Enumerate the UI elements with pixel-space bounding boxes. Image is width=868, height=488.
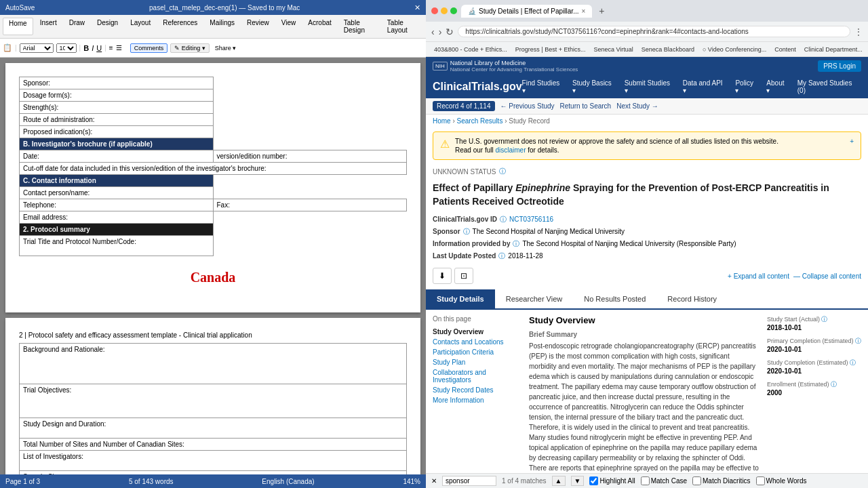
- word-tab-table-design[interactable]: Table Design: [338, 18, 380, 35]
- sidebar-study-plan[interactable]: Study Plan: [433, 357, 521, 367]
- last-update-icon[interactable]: ⓘ: [498, 250, 505, 262]
- info-icon[interactable]: ⓘ: [513, 238, 519, 250]
- align-center-btn[interactable]: ☰: [116, 44, 122, 52]
- prs-login-btn[interactable]: PRS Login: [818, 60, 861, 72]
- start-icon[interactable]: ⓘ: [821, 316, 827, 323]
- word-tab-table-layout[interactable]: Table Layout: [382, 18, 423, 35]
- comments-btn[interactable]: Comments: [130, 43, 168, 53]
- breadcrumb-home[interactable]: Home: [433, 117, 451, 125]
- editing-btn[interactable]: ✎ Editing ▾: [170, 43, 210, 53]
- paste-btn[interactable]: 📋: [3, 43, 12, 52]
- word-tab-review[interactable]: Review: [241, 18, 275, 35]
- share-btn[interactable]: ⊡: [454, 268, 473, 284]
- back-btn[interactable]: ‹: [431, 26, 435, 37]
- browser-tab-active[interactable]: 🔬 Study Details | Effect of Papillar... …: [461, 5, 592, 18]
- match-case-checkbox[interactable]: [641, 476, 650, 485]
- previous-study-btn[interactable]: ← Previous Study: [500, 102, 555, 110]
- study-start-value: 2018-10-01: [767, 324, 861, 331]
- new-tab-btn[interactable]: +: [599, 5, 604, 16]
- primary-completion-icon[interactable]: ⓘ: [855, 338, 861, 344]
- tab-no-results-posted[interactable]: No Results Posted: [573, 289, 656, 308]
- return-to-search-btn[interactable]: Return to Search: [560, 102, 612, 110]
- bookmark-3[interactable]: Seneca Virtual: [591, 45, 635, 54]
- bookmark-7[interactable]: Clinical Department...: [802, 45, 865, 54]
- sidebar-collaborators[interactable]: Collaborators and Investigators: [433, 367, 521, 385]
- extensions-icon[interactable]: ⋮: [854, 27, 863, 37]
- find-input[interactable]: [442, 476, 496, 486]
- word-tab-home[interactable]: Home: [3, 18, 33, 35]
- forward-btn[interactable]: ›: [439, 26, 442, 37]
- sponsor-icon[interactable]: ⓘ: [463, 226, 470, 238]
- match-case-option[interactable]: Match Case: [641, 476, 687, 485]
- bookmark-5[interactable]: ○ Video Conferencing...: [700, 45, 769, 54]
- study-basics-nav[interactable]: Study Basics ▾: [572, 79, 616, 94]
- word-tab-acrobat[interactable]: Acrobat: [302, 18, 336, 35]
- ct-warning-banner: ⚠ The U.S. government does not review or…: [433, 131, 861, 160]
- ct-site-name[interactable]: ClinicalTrials.gov: [433, 81, 522, 93]
- address-bar[interactable]: https://clinicaltrials.gov/study/NCT0375…: [458, 26, 850, 37]
- bookmark-4[interactable]: Seneca Blackboard: [639, 45, 697, 54]
- underline-btn[interactable]: U: [96, 44, 102, 52]
- study-start-label: Study Start (Actual) ⓘ: [767, 315, 861, 324]
- bookmark-6[interactable]: Content: [772, 45, 799, 54]
- close-findbar-btn[interactable]: ✕: [431, 477, 437, 485]
- expand-all-btn[interactable]: + Expand all content: [728, 272, 789, 280]
- study-id-icon[interactable]: ⓘ: [500, 214, 507, 226]
- cutoff-date-label: Cut-off date for data included in this v…: [20, 163, 407, 175]
- sidebar-study-overview[interactable]: Study Overview: [433, 327, 521, 337]
- sidebar-contacts-locations[interactable]: Contacts and Locations: [433, 337, 521, 347]
- study-completion-item: Study Completion (Estimated) ⓘ 2020-10-0…: [767, 359, 861, 375]
- match-diacritics-option[interactable]: Match Diacritics: [692, 476, 751, 485]
- download-btn[interactable]: ⬇: [433, 268, 452, 284]
- enrollment-icon[interactable]: ⓘ: [831, 381, 837, 388]
- status-info-icon[interactable]: ⓘ: [499, 167, 506, 176]
- next-study-btn[interactable]: Next Study →: [616, 102, 658, 110]
- sidebar-more-info[interactable]: More Information: [433, 395, 521, 405]
- disclaimer-link[interactable]: disclaimer: [495, 146, 526, 154]
- font-size-select[interactable]: 10: [56, 43, 77, 53]
- whole-words-option[interactable]: Whole Words: [756, 476, 807, 485]
- word-tab-references[interactable]: References: [157, 18, 203, 35]
- investigator-brochure-header: B. Investigator's brochure (if applicabl…: [20, 138, 214, 150]
- find-studies-nav[interactable]: Find Studies ▾: [522, 79, 564, 94]
- highlight-all-option[interactable]: Highlight All: [589, 476, 635, 485]
- find-next-btn[interactable]: ▼: [571, 476, 585, 486]
- study-completion-icon[interactable]: ⓘ: [850, 359, 856, 366]
- word-tab-insert[interactable]: Insert: [35, 18, 62, 35]
- bookmark-1[interactable]: 403&800 - Code + Ethics...: [431, 45, 510, 54]
- study-id-value[interactable]: NCT03756116: [509, 214, 553, 226]
- match-diacritics-checkbox[interactable]: [692, 476, 701, 485]
- maximize-window-btn[interactable]: [450, 7, 457, 14]
- word-tab-design[interactable]: Design: [92, 18, 123, 35]
- word-tab-view[interactable]: View: [276, 18, 302, 35]
- my-saved-studies[interactable]: My Saved Studies (0): [797, 79, 861, 94]
- minimize-window-btn[interactable]: [441, 7, 448, 14]
- highlight-all-checkbox[interactable]: [589, 476, 598, 485]
- tab-close-btn[interactable]: ×: [582, 7, 586, 15]
- about-nav[interactable]: About ▾: [766, 79, 789, 94]
- share-btn[interactable]: Share ▾: [215, 45, 237, 52]
- find-prev-btn[interactable]: ▲: [552, 476, 566, 486]
- word-tab-mailings[interactable]: Mailings: [204, 18, 240, 35]
- word-tab-layout[interactable]: Layout: [125, 18, 156, 35]
- tab-study-details[interactable]: Study Details: [426, 289, 495, 308]
- tab-record-history[interactable]: Record History: [656, 289, 728, 308]
- submit-studies-nav[interactable]: Submit Studies ▾: [625, 79, 675, 94]
- bookmark-2[interactable]: Progress | Best + Ethics...: [513, 45, 589, 54]
- font-select[interactable]: Arial: [20, 43, 54, 53]
- sidebar-record-dates[interactable]: Study Record Dates: [433, 385, 521, 395]
- bold-btn[interactable]: B: [83, 44, 89, 52]
- tab-researcher-view[interactable]: Researcher View: [495, 289, 574, 308]
- italic-btn[interactable]: I: [92, 44, 94, 52]
- word-tab-draw[interactable]: Draw: [64, 18, 90, 35]
- collapse-all-btn[interactable]: — Collapse all content: [793, 272, 861, 280]
- align-left-btn[interactable]: ≡: [109, 44, 113, 52]
- warning-expand-btn[interactable]: +: [850, 138, 854, 145]
- whole-words-checkbox[interactable]: [756, 476, 765, 485]
- breadcrumb-search-results[interactable]: Search Results: [457, 117, 503, 125]
- reload-btn[interactable]: ↻: [446, 26, 454, 37]
- data-api-nav[interactable]: Data and API ▾: [683, 79, 728, 94]
- sidebar-participation-criteria[interactable]: Participation Criteria: [433, 347, 521, 357]
- policy-nav[interactable]: Policy ▾: [735, 79, 758, 94]
- close-window-btn[interactable]: [431, 7, 438, 14]
